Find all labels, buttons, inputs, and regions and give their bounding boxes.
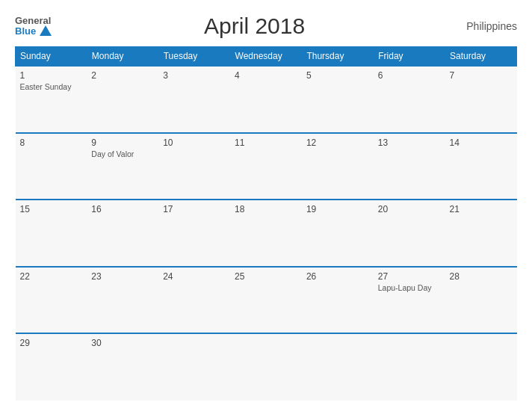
day-number: 30 (91, 338, 154, 348)
logo: General Blue (15, 16, 52, 37)
calendar-cell: 10 (158, 133, 230, 200)
calendar-cell: 12 (302, 133, 374, 200)
calendar-week-row-1: 1Easter Sunday234567 (16, 66, 517, 133)
day-number: 23 (91, 271, 154, 282)
calendar-cell: 24 (158, 267, 230, 334)
calendar-cell: 14 (445, 133, 517, 200)
logo-triangle-icon (40, 25, 52, 36)
country-label: Philippines (457, 20, 517, 32)
holiday-label: Lapu-Lapu Day (378, 283, 441, 292)
holiday-label: Day of Valor (91, 149, 154, 158)
day-number: 14 (450, 137, 513, 148)
calendar-cell: 17 (158, 200, 230, 267)
header-sunday: Sunday (16, 47, 87, 67)
day-number: 19 (306, 204, 369, 214)
calendar-week-row-3: 15161718192021 (16, 200, 517, 267)
day-number: 11 (235, 137, 297, 148)
day-number: 4 (235, 70, 297, 81)
logo-general-text: General (15, 16, 51, 25)
day-number: 28 (450, 271, 513, 282)
calendar-cell: 19 (302, 200, 374, 267)
logo-blue-text: Blue (15, 26, 36, 36)
day-number: 16 (91, 204, 154, 214)
calendar-cell: 4 (230, 66, 302, 133)
calendar-cell: 25 (230, 267, 302, 334)
header-friday: Friday (374, 47, 445, 67)
calendar-cell: 5 (302, 66, 374, 133)
calendar-cell (445, 333, 517, 401)
day-number: 24 (163, 271, 226, 282)
calendar-cell (230, 333, 302, 401)
header: General Blue April 2018 Philippines (15, 13, 517, 39)
calendar-cell (374, 333, 445, 401)
header-thursday: Thursday (302, 47, 374, 67)
calendar-cell: 23 (87, 267, 158, 334)
day-number: 1 (20, 70, 83, 81)
day-number: 13 (378, 137, 441, 148)
calendar-cell: 3 (158, 66, 230, 133)
day-number: 3 (163, 70, 226, 81)
holiday-label: Easter Sunday (20, 82, 83, 91)
header-wednesday: Wednesday (230, 47, 302, 67)
calendar-cell: 2 (87, 66, 158, 133)
calendar-cell: 7 (445, 66, 517, 133)
day-number: 25 (235, 271, 297, 282)
calendar-cell: 16 (87, 200, 158, 267)
calendar-page: General Blue April 2018 Philippines Sund… (0, 0, 532, 411)
calendar-cell: 27Lapu-Lapu Day (374, 267, 445, 334)
calendar-cell: 6 (374, 66, 445, 133)
day-number: 6 (378, 70, 441, 81)
calendar-cell: 8 (16, 133, 87, 200)
calendar-cell: 15 (16, 200, 87, 267)
calendar-cell: 30 (87, 333, 158, 401)
day-number: 27 (378, 271, 441, 282)
day-number: 7 (450, 70, 513, 81)
day-number: 2 (91, 70, 154, 81)
calendar-cell (158, 333, 230, 401)
calendar-week-row-5: 2930 (16, 333, 517, 401)
day-number: 20 (378, 204, 441, 214)
calendar-cell: 13 (374, 133, 445, 200)
day-number: 22 (20, 271, 83, 282)
calendar-cell: 11 (230, 133, 302, 200)
header-saturday: Saturday (445, 47, 517, 67)
calendar-table: Sunday Monday Tuesday Wednesday Thursday… (15, 46, 517, 401)
day-number: 8 (20, 137, 83, 148)
day-number: 26 (306, 271, 369, 282)
day-number: 5 (306, 70, 369, 81)
calendar-cell (302, 333, 374, 401)
day-number: 9 (91, 137, 154, 148)
calendar-week-row-2: 89Day of Valor1011121314 (16, 133, 517, 200)
day-number: 29 (20, 338, 83, 348)
day-number: 21 (450, 204, 513, 214)
day-number: 10 (163, 137, 226, 148)
calendar-cell: 18 (230, 200, 302, 267)
day-number: 18 (235, 204, 297, 214)
weekday-header-row: Sunday Monday Tuesday Wednesday Thursday… (16, 47, 517, 67)
header-tuesday: Tuesday (158, 47, 230, 67)
calendar-title: April 2018 (52, 13, 457, 39)
calendar-cell: 1Easter Sunday (16, 66, 87, 133)
calendar-cell: 22 (16, 267, 87, 334)
calendar-cell: 21 (445, 200, 517, 267)
calendar-cell: 9Day of Valor (87, 133, 158, 200)
calendar-week-row-4: 222324252627Lapu-Lapu Day28 (16, 267, 517, 334)
header-monday: Monday (87, 47, 158, 67)
calendar-cell: 28 (445, 267, 517, 334)
day-number: 12 (306, 137, 369, 148)
day-number: 17 (163, 204, 226, 214)
calendar-cell: 29 (16, 333, 87, 401)
day-number: 15 (20, 204, 83, 214)
calendar-cell: 26 (302, 267, 374, 334)
calendar-cell: 20 (374, 200, 445, 267)
